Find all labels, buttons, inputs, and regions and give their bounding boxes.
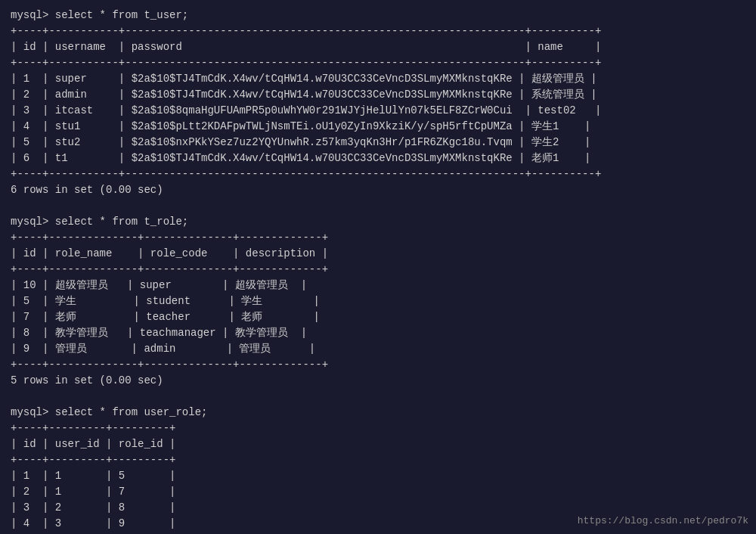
prompt-t-role: mysql> select * from t_role; <box>11 216 188 228</box>
rowcount-t-user: 6 rows in set (0.00 sec) <box>11 184 163 196</box>
rowcount-t-role: 5 rows in set (0.00 sec) <box>11 374 163 387</box>
terminal-content: mysql> select * from t_user; +----+-----… <box>11 8 745 534</box>
terminal: mysql> select * from t_user; +----+-----… <box>11 8 745 534</box>
watermark: https://blog.csdn.net/pedro7k <box>578 515 748 526</box>
prompt-t-user: mysql> select * from t_user; <box>11 9 188 21</box>
prompt-user-role: mysql> select * from user_role; <box>11 406 207 418</box>
